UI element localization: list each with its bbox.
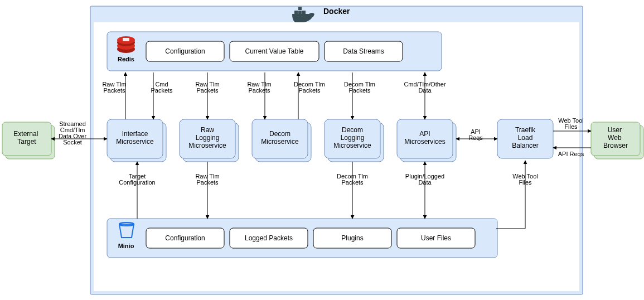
svg-text:Plugins: Plugins: [341, 234, 363, 242]
svg-rect-3: [298, 7, 302, 10]
svg-text:StreamedCmd/TlmData OverSocket: StreamedCmd/TlmData OverSocket: [59, 120, 86, 146]
external-target-node: External Target: [2, 122, 55, 159]
svg-text:Logged Packets: Logged Packets: [245, 234, 293, 242]
svg-rect-0: [294, 11, 298, 14]
svg-text:Raw TlmPackets: Raw TlmPackets: [247, 81, 271, 94]
svg-text:Data Streams: Data Streams: [343, 47, 384, 55]
interface-microservice-node: InterfaceMicroservice: [107, 119, 166, 162]
decom-microservice-node: DecomMicroservice: [252, 119, 311, 162]
svg-text:Raw TlmPackets: Raw TlmPackets: [195, 173, 219, 186]
raw-logging-microservice-node: RawLoggingMicroservice: [180, 119, 239, 162]
svg-text:Configuration: Configuration: [165, 47, 205, 55]
svg-text:Configuration: Configuration: [165, 234, 205, 242]
architecture-diagram: Docker Redis Configuration Current Value…: [0, 0, 644, 300]
svg-text:Current Value Table: Current Value Table: [245, 47, 304, 55]
svg-text:API Reqs: API Reqs: [558, 151, 584, 157]
svg-text:User Files: User Files: [421, 234, 451, 242]
decom-logging-microservice-node: DecomLoggingMicroservice: [325, 119, 384, 162]
redis-icon: [117, 36, 135, 53]
minio-label: Minio: [118, 243, 134, 249]
redis-label: Redis: [118, 56, 134, 62]
svg-rect-1: [298, 11, 302, 14]
svg-text:Raw TlmPackets: Raw TlmPackets: [102, 81, 126, 94]
docker-title: Docker: [323, 7, 350, 16]
user-browser-node: User Web Browser: [591, 122, 643, 159]
svg-rect-9: [123, 38, 129, 41]
svg-text:External
      Target: External Target: [13, 130, 40, 146]
traefik-node: TraefikLoadBalancer: [497, 119, 553, 158]
api-microservices-node: APIMicroservices: [397, 119, 456, 162]
svg-rect-2: [302, 11, 306, 14]
svg-text:Raw TlmPackets: Raw TlmPackets: [195, 81, 219, 94]
